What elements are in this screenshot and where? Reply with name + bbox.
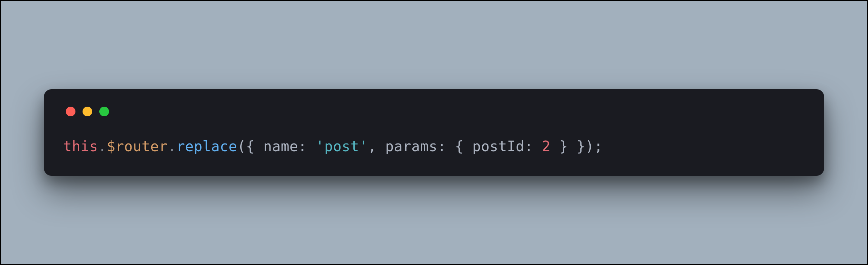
traffic-lights xyxy=(63,107,805,116)
token-brace-open: { xyxy=(455,138,472,155)
token-brace-close: } xyxy=(551,138,568,155)
code-window: this.$router.replace({ name: 'post', par… xyxy=(44,89,824,176)
token-key-params: params xyxy=(385,138,438,155)
token-semicolon: ; xyxy=(594,138,603,155)
token-comma: , xyxy=(368,138,385,155)
token-colon: : xyxy=(298,138,316,155)
token-dot: . xyxy=(168,138,176,155)
token-key-postid: postId xyxy=(472,138,525,155)
token-paren-open: ( xyxy=(237,138,246,155)
token-key-name: name xyxy=(264,138,298,155)
token-dot: . xyxy=(98,138,107,155)
minimize-icon[interactable] xyxy=(83,107,92,116)
token-this: this xyxy=(63,138,98,155)
token-paren-close: ) xyxy=(586,138,594,155)
token-brace-close: } xyxy=(568,138,586,155)
token-colon: : xyxy=(525,138,542,155)
maximize-icon[interactable] xyxy=(99,107,109,116)
token-router: $router xyxy=(107,138,168,155)
token-colon: : xyxy=(438,138,455,155)
close-icon[interactable] xyxy=(66,107,75,116)
token-number: 2 xyxy=(542,138,551,155)
token-brace-open: { xyxy=(246,138,264,155)
code-block: this.$router.replace({ name: 'post', par… xyxy=(63,136,805,156)
token-string: 'post' xyxy=(316,138,368,155)
token-replace: replace xyxy=(176,138,237,155)
